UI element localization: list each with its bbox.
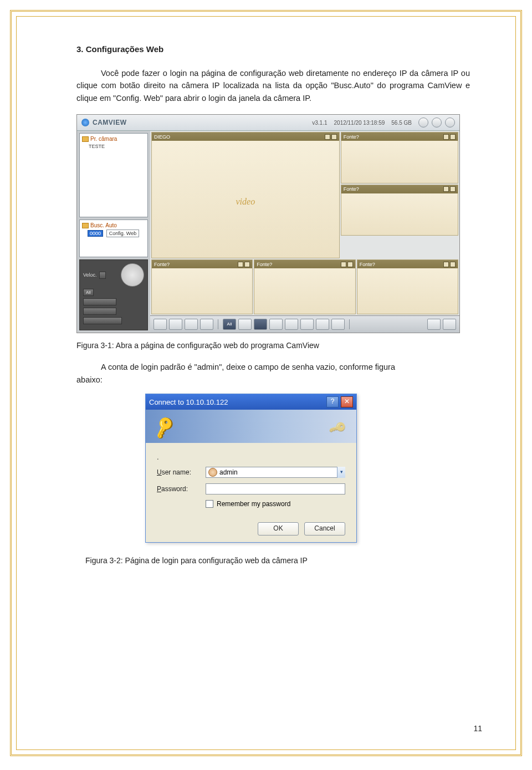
ptz-controls: Veloc. All bbox=[79, 259, 148, 330]
tile-name: Fonte? bbox=[344, 186, 359, 192]
keys-icon-bg: 🔑 bbox=[328, 419, 347, 438]
ctrl-button[interactable] bbox=[83, 308, 116, 315]
checkbox-icon bbox=[206, 500, 213, 508]
toolbar-button[interactable] bbox=[154, 319, 167, 330]
close-button[interactable]: ✕ bbox=[341, 396, 353, 407]
autosearch-panel: Busc. Auto 0000 Config. Web bbox=[79, 220, 148, 257]
speed-value[interactable] bbox=[99, 272, 106, 279]
dropdown-icon[interactable]: ▾ bbox=[337, 467, 345, 478]
keys-icon: 🔑 bbox=[151, 415, 177, 440]
layout-button[interactable] bbox=[300, 319, 314, 330]
window-min-icon[interactable] bbox=[418, 118, 428, 128]
video-tile-main[interactable]: DIEGO video bbox=[151, 132, 340, 258]
tree-folder[interactable]: Pr. câmara bbox=[82, 136, 145, 142]
autosearch-folder[interactable]: Busc. Auto bbox=[82, 222, 145, 228]
credential-dialog: Connect to 10.10.10.122 ? ✕ 🔑 🔑 . User n… bbox=[145, 394, 357, 543]
tile-name: Fonte? bbox=[360, 262, 375, 267]
section-heading: 3. Configurações Web bbox=[76, 44, 487, 54]
page-number: 11 bbox=[473, 724, 482, 733]
rec-button[interactable] bbox=[427, 319, 441, 330]
cancel-button[interactable]: Cancel bbox=[304, 522, 345, 536]
autosearch-label: Busc. Auto bbox=[90, 222, 117, 228]
camview-logo-icon bbox=[81, 119, 89, 126]
speed-label: Veloc. bbox=[83, 272, 97, 278]
video-tile[interactable]: Fonte? bbox=[357, 259, 458, 314]
camera-tree-panel: Pr. câmara TESTE bbox=[79, 133, 148, 217]
ctrl-button[interactable] bbox=[83, 317, 122, 324]
video-tile[interactable]: Fonte? bbox=[254, 259, 355, 314]
username-value: admin bbox=[219, 468, 335, 476]
paragraph-login-line: A conta de login padrão é "admin", deixe… bbox=[76, 361, 395, 373]
help-button[interactable]: ? bbox=[326, 396, 339, 407]
video-tile[interactable]: Fonte? bbox=[341, 185, 458, 236]
ctrl-button[interactable] bbox=[83, 298, 116, 305]
camview-screenshot: CAMVIEW v3.1.1 2012/11/20 13:18:59 56.5 … bbox=[76, 114, 460, 333]
layout-button[interactable] bbox=[331, 319, 345, 330]
password-input[interactable] bbox=[206, 483, 345, 494]
tree-item[interactable]: TESTE bbox=[82, 143, 145, 150]
paragraph-login: A conta de login padrão é "admin", deixe… bbox=[76, 361, 470, 386]
layout-button[interactable] bbox=[285, 319, 298, 330]
figure-3-1-caption: Figura 3-1: Abra a página de configuraçã… bbox=[76, 341, 487, 350]
camview-titlebar: CAMVIEW v3.1.1 2012/11/20 13:18:59 56.5 … bbox=[77, 115, 459, 131]
folder-icon bbox=[82, 136, 89, 142]
toolbar-button[interactable] bbox=[200, 319, 213, 330]
camview-toolbar: All bbox=[150, 315, 459, 333]
dialog-titlebar: Connect to 10.10.10.122 ? ✕ bbox=[146, 394, 356, 410]
layout-button[interactable] bbox=[316, 319, 329, 330]
ok-button[interactable]: OK bbox=[258, 522, 299, 536]
paragraph-login-tail: abaixo: bbox=[76, 375, 103, 384]
figure-3-2-caption: Figura 3-2: Página de login para configu… bbox=[85, 556, 487, 565]
camera-id-selected[interactable]: 0000 bbox=[88, 230, 103, 237]
mute-button[interactable] bbox=[443, 319, 456, 330]
camview-datetime: 2012/11/20 13:18:59 bbox=[334, 120, 385, 126]
dialog-title: Connect to 10.10.10.122 bbox=[149, 398, 228, 406]
paragraph-intro: Você pode fazer o login na página de con… bbox=[76, 67, 470, 104]
layout-button[interactable] bbox=[238, 319, 252, 330]
tree-folder-label: Pr. câmara bbox=[90, 136, 117, 142]
dpad-icon[interactable] bbox=[121, 263, 144, 287]
video-tile[interactable]: Fonte? bbox=[151, 259, 253, 314]
layout-button[interactable] bbox=[269, 319, 283, 330]
user-avatar-icon bbox=[208, 468, 217, 477]
tile-name: Fonte? bbox=[154, 262, 170, 267]
tile-name: Fonte? bbox=[257, 262, 272, 267]
context-menu-config-web[interactable]: Config. Web bbox=[106, 230, 139, 237]
all-button[interactable]: All bbox=[83, 289, 94, 296]
password-label: Password: bbox=[157, 485, 206, 493]
username-label: User name: bbox=[157, 468, 206, 476]
tile-name: Fonte? bbox=[344, 134, 359, 140]
tile-name: DIEGO bbox=[154, 134, 170, 140]
camview-version: v3.1.1 bbox=[312, 120, 327, 126]
video-placeholder-icon: video bbox=[236, 197, 255, 207]
layout-button-active[interactable] bbox=[254, 319, 267, 330]
dialog-banner: 🔑 🔑 bbox=[146, 410, 356, 443]
window-max-icon[interactable] bbox=[432, 118, 442, 128]
layout-all-button[interactable]: All bbox=[223, 319, 236, 330]
window-close-icon[interactable] bbox=[445, 118, 455, 128]
video-tile[interactable]: Fonte? bbox=[341, 132, 458, 183]
toolbar-button[interactable] bbox=[185, 319, 198, 330]
server-dot: . bbox=[157, 453, 345, 461]
camview-disk: 56.5 GB bbox=[391, 120, 412, 126]
toolbar-button[interactable] bbox=[169, 319, 182, 330]
folder-icon bbox=[82, 223, 89, 228]
remember-checkbox[interactable]: Remember my password bbox=[206, 500, 345, 508]
username-input[interactable]: admin ▾ bbox=[206, 467, 345, 478]
camview-title: CAMVIEW bbox=[93, 119, 127, 126]
